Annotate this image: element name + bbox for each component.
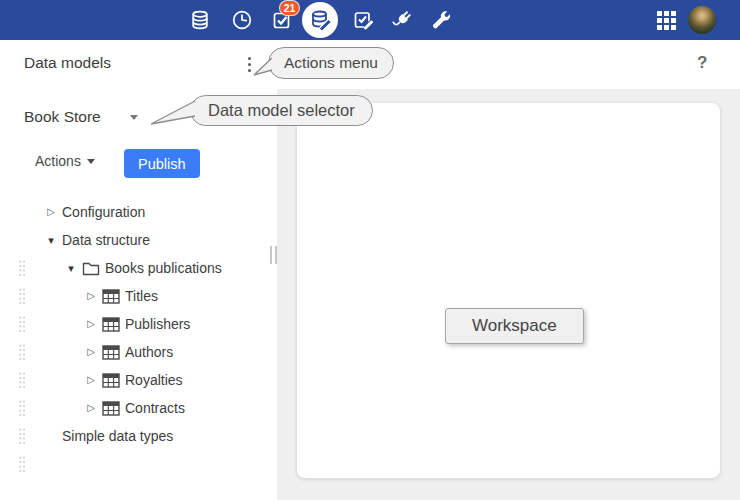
callout-workspace: Workspace (445, 308, 584, 344)
plug-icon[interactable] (390, 8, 414, 32)
navigation-pane: Book Store Actions Publish ▷Configuratio… (0, 89, 277, 500)
drag-handle-icon[interactable] (18, 455, 26, 473)
page-title: Data models (24, 54, 111, 72)
model-tree: ▷Configuration▾Data structure▾Books publ… (0, 198, 277, 478)
app-window: 21 (0, 0, 740, 500)
chevron-down-icon (87, 159, 95, 164)
pane-resize-grip[interactable] (270, 246, 277, 264)
actions-label: Actions (35, 153, 81, 169)
tree-item-label: Authors (125, 344, 173, 360)
table-icon (102, 372, 120, 388)
top-navigation-bar: 21 (0, 0, 740, 40)
tree-item-label: Contracts (125, 400, 185, 416)
data-model-selector[interactable]: Book Store (24, 108, 101, 126)
callout-tail (150, 98, 196, 128)
apps-grid-icon[interactable] (657, 11, 676, 30)
drag-handle-icon[interactable] (18, 259, 26, 277)
content-area (277, 89, 740, 500)
drag-handle-icon[interactable] (18, 315, 26, 333)
tree-item-label: Books publications (105, 260, 222, 276)
drag-handle-icon[interactable] (18, 371, 26, 389)
database-icon[interactable] (188, 8, 212, 32)
actions-dropdown-button[interactable]: Actions (35, 153, 95, 169)
workspace-canvas[interactable] (297, 103, 720, 478)
table-icon (102, 316, 120, 332)
tree-item-publishers[interactable]: ▷Publishers (0, 310, 277, 338)
table-icon (102, 344, 120, 360)
folder-icon (82, 260, 100, 276)
expand-arrow-icon[interactable]: ▷ (84, 403, 98, 413)
drag-handle-icon[interactable] (18, 399, 26, 417)
expand-arrow-icon[interactable]: ▷ (44, 207, 58, 217)
tree-item-titles[interactable]: ▷Titles (0, 282, 277, 310)
drag-handle-icon[interactable] (18, 343, 26, 361)
tree-item-data-structure[interactable]: ▾Data structure (0, 226, 277, 254)
tree-item-label: Configuration (62, 204, 145, 220)
notification-badge: 21 (280, 1, 299, 15)
selected-model-label: Book Store (24, 108, 101, 126)
collapse-arrow-icon[interactable]: ▾ (64, 263, 78, 274)
expand-arrow-icon[interactable]: ▷ (84, 319, 98, 329)
tree-item-label: Titles (125, 288, 158, 304)
tree-item-contracts[interactable]: ▷Contracts (0, 394, 277, 422)
tree-item-placeholder (0, 450, 277, 478)
user-avatar[interactable] (688, 6, 716, 34)
drag-handle-icon[interactable] (18, 427, 26, 445)
tree-item-books-publications[interactable]: ▾Books publications (0, 254, 277, 282)
collapse-arrow-icon[interactable]: ▾ (44, 235, 58, 246)
help-button[interactable]: ? (697, 53, 707, 73)
expand-arrow-icon[interactable]: ▷ (84, 347, 98, 357)
callout-data-model-selector: Data model selector (190, 95, 373, 126)
tree-item-label: Simple data types (62, 428, 173, 444)
tree-item-label: Publishers (125, 316, 190, 332)
table-icon (102, 400, 120, 416)
expand-arrow-icon[interactable]: ▷ (84, 291, 98, 301)
tree-item-simple-data-types[interactable]: Simple data types (0, 422, 277, 450)
clock-icon[interactable] (230, 8, 254, 32)
drag-handle-icon[interactable] (18, 287, 26, 305)
chevron-down-icon (130, 115, 138, 120)
table-icon (102, 288, 120, 304)
wrench-icon[interactable] (429, 8, 453, 32)
form-edit-icon[interactable] (351, 8, 375, 32)
data-models-icon[interactable] (302, 2, 338, 38)
callout-tail (253, 55, 273, 79)
callout-actions-menu: Actions menu (268, 47, 394, 79)
publish-button[interactable]: Publish (124, 149, 200, 178)
tree-item-label: Royalties (125, 372, 183, 388)
tree-item-authors[interactable]: ▷Authors (0, 338, 277, 366)
tree-item-label: Data structure (62, 232, 150, 248)
expand-arrow-icon[interactable]: ▷ (84, 375, 98, 385)
tree-item-royalties[interactable]: ▷Royalties (0, 366, 277, 394)
tree-item-configuration[interactable]: ▷Configuration (0, 198, 277, 226)
